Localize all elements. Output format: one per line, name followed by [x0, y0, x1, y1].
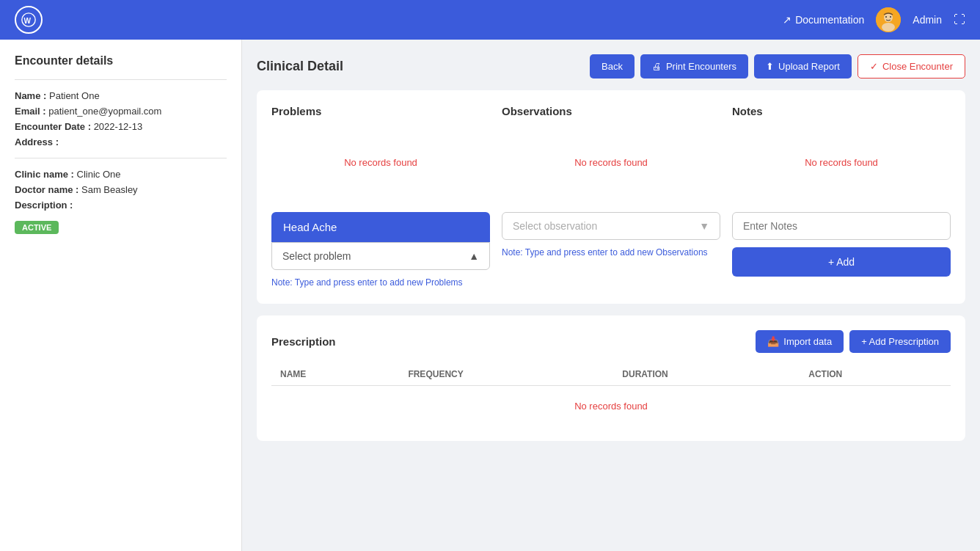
print-button[interactable]: 🖨 Print Encounters: [640, 54, 748, 79]
fullscreen-icon[interactable]: ⛶: [954, 13, 965, 26]
col-duration: DURATION: [613, 363, 800, 386]
observations-section: Observations No records found Select obs…: [502, 105, 720, 289]
back-button[interactable]: Back: [590, 54, 635, 79]
prescription-header: Prescription 📥 Import data + Add Prescri…: [271, 330, 951, 353]
print-icon: 🖨: [652, 61, 662, 72]
sidebar-title: Encounter details: [15, 54, 227, 67]
description-row: Description :: [15, 200, 227, 211]
observations-hint: Note: Type and press enter to add new Ob…: [502, 246, 720, 259]
three-col-layout: Problems No records found Head Ache Sele…: [271, 105, 951, 289]
import-icon: 📥: [767, 336, 779, 347]
nav-right: ↗ Documentation Admin ⛶: [783, 7, 965, 32]
svg-point-6: [890, 16, 891, 18]
upload-button[interactable]: ⬆ Upload Report: [754, 54, 852, 79]
clinical-sections-card: Problems No records found Head Ache Sele…: [257, 90, 965, 304]
notes-section: Notes No records found + Add: [732, 105, 951, 289]
main-content: Clinical Detail Back 🖨 Print Encounters …: [242, 40, 980, 551]
col-name: NAME: [271, 363, 399, 386]
notes-no-records: No records found: [732, 128, 951, 183]
patient-email-row: Email : patient_one@yopmail.com: [15, 106, 227, 117]
prescription-title: Prescription: [271, 335, 336, 348]
content-header: Clinical Detail Back 🖨 Print Encounters …: [257, 54, 965, 79]
close-encounter-button[interactable]: ✓ Close Encounter: [858, 54, 965, 79]
problems-no-records: No records found: [271, 128, 490, 183]
problems-hint: Note: Type and press enter to add new Pr…: [271, 276, 490, 289]
problem-tag: Head Ache: [271, 212, 490, 242]
svg-point-5: [885, 16, 887, 18]
svg-text:W: W: [24, 17, 32, 25]
chevron-up-icon: ▲: [469, 250, 479, 262]
select-observation-dropdown[interactable]: Select observation ▼: [502, 212, 720, 240]
top-navigation: W ↗ Documentation Admin ⛶: [0, 0, 980, 40]
address-row: Address :: [15, 136, 227, 147]
clinic-name-row: Clinic name : Clinic One: [15, 169, 227, 180]
documentation-link[interactable]: ↗ Documentation: [783, 14, 864, 26]
external-link-icon: ↗: [783, 14, 791, 26]
chevron-down-icon: ▼: [699, 220, 709, 232]
observations-title: Observations: [502, 105, 720, 117]
nav-left: W: [15, 6, 43, 34]
notes-title: Notes: [732, 105, 951, 117]
problems-title: Problems: [271, 105, 490, 117]
patient-name-row: Name : Patient One: [15, 90, 227, 101]
notes-input[interactable]: [732, 212, 951, 240]
page-title: Clinical Detail: [257, 59, 343, 74]
checkmark-icon: ✓: [870, 61, 878, 72]
encounter-sidebar: Encounter details Name : Patient One Ema…: [0, 40, 242, 551]
admin-face-icon: [876, 7, 901, 32]
prescription-table-header: NAME FREQUENCY DURATION ACTION: [271, 363, 951, 386]
prescription-table: NAME FREQUENCY DURATION ACTION No record…: [271, 363, 951, 426]
svg-point-4: [882, 23, 895, 32]
status-badge: ACTIVE: [15, 221, 59, 234]
doctor-name-row: Doctor name : Sam Beasley: [15, 184, 227, 195]
prescription-buttons: 📥 Import data + Add Prescription: [756, 330, 951, 353]
prescription-no-records: No records found: [271, 386, 951, 427]
select-problem-dropdown[interactable]: Select problem ▲: [271, 242, 490, 270]
col-frequency: FREQUENCY: [399, 363, 613, 386]
admin-name: Admin: [913, 14, 942, 26]
prescription-no-records-row: No records found: [271, 386, 951, 427]
wordpress-logo: W: [15, 6, 43, 34]
import-data-button[interactable]: 📥 Import data: [756, 330, 844, 353]
admin-avatar: [876, 7, 901, 32]
add-note-button[interactable]: + Add: [732, 247, 951, 277]
encounter-date-row: Encounter Date : 2022-12-13: [15, 121, 227, 132]
header-buttons: Back 🖨 Print Encounters ⬆ Upload Report …: [590, 54, 965, 79]
add-prescription-button[interactable]: + Add Prescription: [849, 330, 951, 353]
observations-no-records: No records found: [502, 128, 720, 183]
upload-icon: ⬆: [766, 61, 774, 72]
col-action: ACTION: [800, 363, 951, 386]
problems-section: Problems No records found Head Ache Sele…: [271, 105, 490, 289]
prescription-card: Prescription 📥 Import data + Add Prescri…: [257, 315, 965, 441]
